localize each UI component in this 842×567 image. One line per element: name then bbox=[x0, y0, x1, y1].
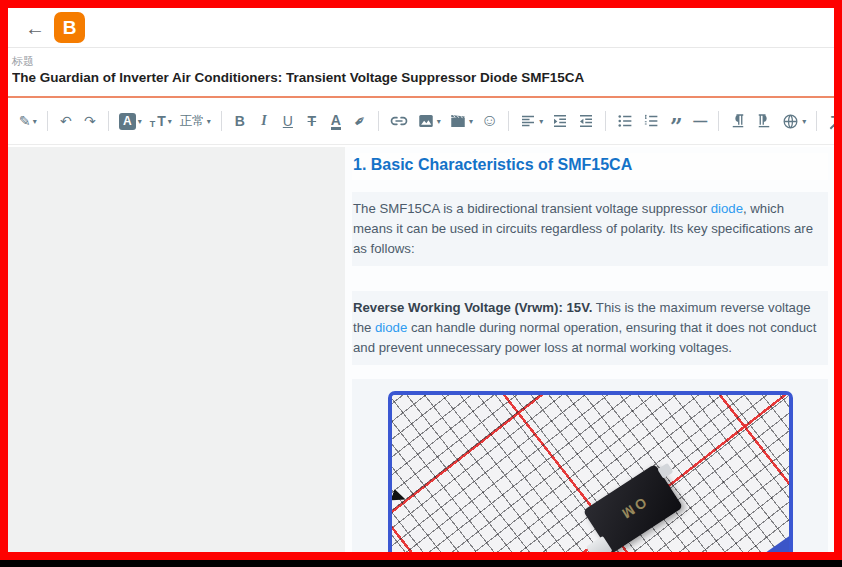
back-arrow-icon: ← bbox=[25, 17, 45, 40]
text-color-icon: A bbox=[331, 113, 341, 130]
quote-button[interactable]: ” bbox=[665, 107, 687, 135]
post-image-block: OM cm bbox=[352, 379, 828, 552]
font-family-button[interactable]: A ▾ bbox=[116, 107, 145, 135]
font-size-button[interactable]: T T ▾ bbox=[147, 107, 175, 135]
title-field[interactable]: 标题 The Guardian of Inverter Air Conditio… bbox=[8, 48, 834, 98]
paragraph-format-label: 正常 bbox=[180, 113, 205, 130]
paragraph-format-button[interactable]: 正常 ▾ bbox=[177, 107, 214, 135]
video-icon bbox=[449, 112, 467, 130]
insert-video-button[interactable]: ▾ bbox=[446, 107, 476, 135]
diode-link[interactable]: diode bbox=[711, 201, 743, 216]
indent-decrease-button[interactable] bbox=[574, 107, 598, 135]
image-icon bbox=[417, 112, 435, 130]
chevron-down-icon: ▾ bbox=[138, 117, 142, 126]
top-bar: ← B bbox=[8, 8, 834, 48]
title-field-label: 标题 bbox=[12, 54, 34, 69]
formatting-toolbar: ✎ ▾ ↶ ↷ A ▾ T T ▾ 正常 ▾ B I U T A ✒ bbox=[8, 98, 834, 145]
highlight-color-button[interactable]: ✒ bbox=[342, 103, 377, 139]
toolbar-divider bbox=[47, 111, 48, 131]
emoji-icon: ☺ bbox=[481, 111, 498, 131]
post-paragraph: Reverse Working Voltage (Vrwm): 15V. Thi… bbox=[352, 291, 828, 365]
post-heading: 1. Basic Characteristics of SMF15CA bbox=[352, 153, 828, 180]
rtl-paragraph-icon bbox=[755, 112, 773, 130]
chevron-down-icon: ▾ bbox=[168, 117, 172, 126]
italic-icon: I bbox=[261, 113, 266, 129]
indent-increase-button[interactable] bbox=[548, 107, 572, 135]
clear-formatting-icon: T bbox=[831, 113, 840, 129]
font-size-icon: T bbox=[150, 119, 156, 135]
blogger-logo-icon[interactable]: B bbox=[54, 12, 85, 43]
insert-special-characters-button[interactable]: ☺ bbox=[478, 107, 501, 135]
undo-button[interactable]: ↶ bbox=[55, 107, 77, 135]
post-image[interactable]: OM cm bbox=[388, 391, 793, 552]
paragraph-bold-lead: Reverse Working Voltage (Vrwm): 15V. bbox=[353, 300, 592, 315]
input-tools-button[interactable]: ▾ bbox=[778, 107, 809, 135]
bulleted-list-icon bbox=[616, 112, 634, 130]
underline-button[interactable]: U bbox=[277, 107, 299, 135]
paragraph-text: can handle during normal operation, ensu… bbox=[353, 320, 816, 355]
diode-link[interactable]: diode bbox=[375, 320, 407, 335]
redo-button[interactable]: ↷ bbox=[79, 107, 101, 135]
italic-button[interactable]: I bbox=[253, 107, 275, 135]
redo-icon: ↷ bbox=[84, 113, 96, 129]
horizontal-rule-icon: — bbox=[693, 113, 707, 129]
diode-lead bbox=[657, 463, 673, 479]
editor-canvas: 1. Basic Characteristics of SMF15CA The … bbox=[8, 147, 834, 552]
pencil-icon: ✎ bbox=[19, 113, 31, 129]
align-button[interactable]: ▾ bbox=[516, 107, 546, 135]
indent-increase-icon bbox=[551, 112, 569, 130]
chevron-down-icon: ▾ bbox=[437, 117, 441, 126]
chevron-down-icon: ▾ bbox=[207, 117, 211, 126]
indent-decrease-icon bbox=[577, 112, 595, 130]
diode-lead bbox=[586, 536, 613, 552]
numbered-list-button[interactable] bbox=[639, 107, 663, 135]
diode-marking: OM bbox=[617, 495, 650, 524]
toolbar-divider bbox=[605, 111, 606, 131]
globe-icon bbox=[781, 112, 800, 131]
toolbar-divider bbox=[378, 111, 379, 131]
toolbar-divider bbox=[718, 111, 719, 131]
quote-icon: ” bbox=[670, 121, 683, 131]
underline-icon: U bbox=[283, 113, 293, 129]
smd-diode-component: OM bbox=[583, 464, 683, 552]
chevron-down-icon: ▾ bbox=[802, 117, 806, 126]
editor-window: ← B 标题 The Guardian of Inverter Air Cond… bbox=[0, 0, 842, 560]
chevron-down-icon: ▾ bbox=[469, 117, 473, 126]
back-button[interactable]: ← bbox=[22, 15, 48, 41]
undo-icon: ↶ bbox=[60, 113, 72, 129]
insert-horizontal-rule-button[interactable]: — bbox=[689, 107, 711, 135]
insert-link-button[interactable] bbox=[386, 107, 412, 135]
link-icon bbox=[389, 111, 409, 131]
paragraph-text: The SMF15CA is a bidirectional transient… bbox=[353, 201, 711, 216]
ruler-arrow-mark bbox=[390, 489, 407, 505]
bulleted-list-button[interactable] bbox=[613, 107, 637, 135]
blogger-logo-letter: B bbox=[63, 17, 77, 39]
strikethrough-button[interactable]: T bbox=[301, 107, 323, 135]
left-to-right-button[interactable] bbox=[726, 107, 750, 135]
font-icon: A bbox=[119, 113, 136, 130]
toolbar-divider bbox=[508, 111, 509, 131]
toolbar-divider bbox=[221, 111, 222, 131]
chevron-down-icon: ▾ bbox=[33, 117, 37, 126]
strikethrough-icon: T bbox=[308, 113, 317, 129]
diode-photo: OM cm bbox=[392, 395, 789, 552]
insert-image-button[interactable]: ▾ bbox=[414, 107, 444, 135]
post-body-editor[interactable]: 1. Basic Characteristics of SMF15CA The … bbox=[345, 147, 834, 552]
toolbar-divider bbox=[108, 111, 109, 131]
clear-formatting-button[interactable]: T bbox=[824, 107, 842, 135]
bold-icon: B bbox=[235, 113, 245, 129]
chevron-down-icon: ▾ bbox=[539, 117, 543, 126]
ltr-paragraph-icon bbox=[729, 112, 747, 130]
numbered-list-icon bbox=[642, 112, 660, 130]
toolbar-divider bbox=[816, 111, 817, 131]
title-input[interactable]: The Guardian of Inverter Air Conditioner… bbox=[12, 70, 828, 85]
marker-pen-icon: ✒ bbox=[349, 110, 370, 132]
right-to-left-button[interactable] bbox=[752, 107, 776, 135]
text-color-button[interactable]: A bbox=[325, 107, 347, 135]
compose-mode-button[interactable]: ✎ ▾ bbox=[16, 107, 40, 135]
align-left-icon bbox=[519, 112, 537, 130]
bold-button[interactable]: B bbox=[229, 107, 251, 135]
post-paragraph: The SMF15CA is a bidirectional transient… bbox=[352, 192, 828, 266]
